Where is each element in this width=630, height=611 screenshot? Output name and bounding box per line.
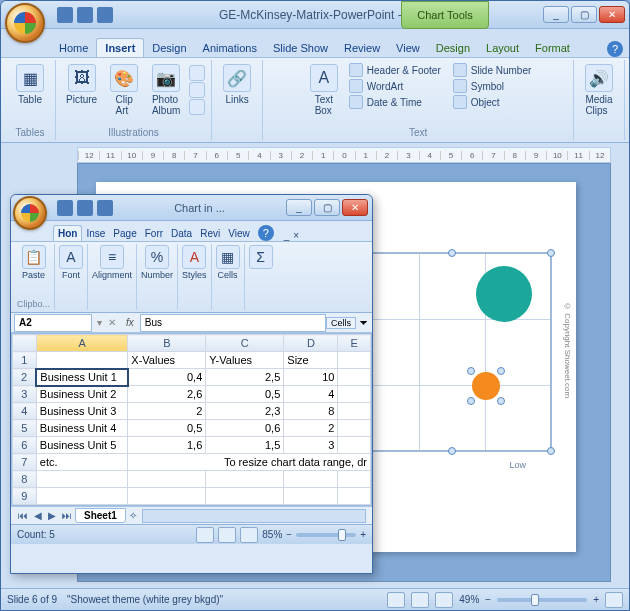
office-button[interactable] bbox=[5, 3, 45, 43]
cell[interactable] bbox=[206, 471, 284, 488]
cell[interactable] bbox=[206, 488, 284, 505]
close-button[interactable]: ✕ bbox=[342, 199, 368, 216]
zoom-out-icon[interactable]: − bbox=[485, 594, 491, 605]
tab-animations[interactable]: Animations bbox=[195, 39, 265, 57]
cell[interactable]: 10 bbox=[284, 369, 338, 386]
slideshow-view-icon[interactable] bbox=[435, 592, 453, 608]
cell[interactable]: etc. bbox=[36, 454, 127, 471]
cell[interactable] bbox=[338, 369, 371, 386]
row-header[interactable]: 9 bbox=[13, 488, 37, 505]
cell[interactable] bbox=[36, 352, 127, 369]
cell[interactable]: 0,5 bbox=[206, 386, 284, 403]
editing-button[interactable]: Σ bbox=[249, 245, 273, 269]
cell[interactable] bbox=[338, 420, 371, 437]
cell[interactable]: 2 bbox=[128, 403, 206, 420]
chart-icon[interactable] bbox=[189, 99, 205, 115]
maximize-button[interactable]: ▢ bbox=[314, 199, 340, 216]
tab-chart-design[interactable]: Design bbox=[428, 39, 478, 57]
col-D[interactable]: D bbox=[284, 335, 338, 352]
excel-titlebar[interactable]: Chart in ... _ ▢ ✕ bbox=[11, 195, 372, 221]
object-button[interactable]: Object bbox=[453, 94, 532, 110]
minimize-button[interactable]: _ bbox=[286, 199, 312, 216]
cell[interactable]: X-Values bbox=[128, 352, 206, 369]
cell[interactable] bbox=[338, 471, 371, 488]
sheet-tab[interactable]: Sheet1 bbox=[75, 508, 126, 523]
help-icon[interactable]: ? bbox=[258, 225, 274, 241]
save-icon[interactable] bbox=[57, 7, 73, 23]
worksheet[interactable]: A B C D E 1X-ValuesY-ValuesSize 2 Busine… bbox=[11, 333, 372, 506]
styles-button[interactable]: AStyles bbox=[182, 245, 207, 280]
col-E[interactable]: E bbox=[338, 335, 371, 352]
cell[interactable]: Y-Values bbox=[206, 352, 284, 369]
row-header[interactable]: 2 bbox=[13, 369, 37, 386]
save-icon[interactable] bbox=[57, 200, 73, 216]
row-header[interactable]: 6 bbox=[13, 437, 37, 454]
bubble-orange[interactable] bbox=[472, 372, 500, 400]
tab-slideshow[interactable]: Slide Show bbox=[265, 39, 336, 57]
cell[interactable] bbox=[284, 471, 338, 488]
tab-page[interactable]: Page bbox=[109, 226, 140, 241]
bubble-teal-large[interactable] bbox=[476, 266, 532, 322]
textbox-button[interactable]: AText Box bbox=[305, 62, 343, 118]
undo-icon[interactable] bbox=[77, 7, 93, 23]
cell[interactable]: 2,5 bbox=[206, 369, 284, 386]
tab-review[interactable]: Review bbox=[336, 39, 388, 57]
cell[interactable]: 0,5 bbox=[128, 420, 206, 437]
hscrollbar[interactable] bbox=[142, 509, 366, 523]
cell[interactable] bbox=[36, 488, 127, 505]
font-button[interactable]: AFont bbox=[59, 245, 83, 280]
paste-button[interactable]: 📋Paste bbox=[22, 245, 46, 280]
cell[interactable]: Business Unit 3 bbox=[36, 403, 127, 420]
chart-handle[interactable] bbox=[448, 447, 456, 455]
help-icon[interactable]: ? bbox=[607, 41, 623, 57]
cell[interactable]: 2,6 bbox=[128, 386, 206, 403]
mdi-close[interactable]: × bbox=[293, 230, 299, 241]
cell[interactable]: Size bbox=[284, 352, 338, 369]
slidenumber-button[interactable]: Slide Number bbox=[453, 62, 532, 78]
table-button[interactable]: ▦Table bbox=[11, 62, 49, 107]
page-break-icon[interactable] bbox=[240, 527, 258, 543]
cell[interactable]: To resize chart data range, dr bbox=[128, 454, 371, 471]
cell[interactable]: Business Unit 4 bbox=[36, 420, 127, 437]
cell[interactable]: Business Unit 1 bbox=[36, 369, 127, 386]
datetime-button[interactable]: Date & Time bbox=[349, 94, 441, 110]
sorter-view-icon[interactable] bbox=[411, 592, 429, 608]
cell[interactable]: Business Unit 5 bbox=[36, 437, 127, 454]
row-header[interactable]: 8 bbox=[13, 471, 37, 488]
chart-handle[interactable] bbox=[547, 249, 555, 257]
tab-chart-layout[interactable]: Layout bbox=[478, 39, 527, 57]
tab-home[interactable]: Hon bbox=[53, 225, 82, 241]
cell[interactable]: 8 bbox=[284, 403, 338, 420]
cell[interactable]: 0,4 bbox=[128, 369, 206, 386]
namebox-dropdown-icon[interactable]: ▾ bbox=[95, 317, 104, 328]
cell[interactable] bbox=[338, 403, 371, 420]
fit-icon[interactable] bbox=[605, 592, 623, 608]
tab-insert[interactable]: Inse bbox=[82, 226, 109, 241]
links-button[interactable]: 🔗Links bbox=[218, 62, 256, 107]
cell[interactable] bbox=[338, 386, 371, 403]
prev-sheet-icon[interactable]: ◀ bbox=[31, 510, 45, 521]
photo-album-button[interactable]: 📷Photo Album bbox=[147, 62, 185, 118]
shapes-icon[interactable] bbox=[189, 65, 205, 81]
redo-icon[interactable] bbox=[97, 200, 113, 216]
cell[interactable] bbox=[338, 352, 371, 369]
cell[interactable] bbox=[284, 488, 338, 505]
cell[interactable]: 4 bbox=[284, 386, 338, 403]
cell[interactable] bbox=[338, 488, 371, 505]
excel-window[interactable]: Chart in ... _ ▢ ✕ Hon Inse Page Forr Da… bbox=[10, 194, 373, 574]
zoom-slider[interactable] bbox=[497, 598, 587, 602]
zoom-in-icon[interactable]: + bbox=[593, 594, 599, 605]
tab-home[interactable]: Home bbox=[51, 39, 96, 57]
row-header[interactable]: 5 bbox=[13, 420, 37, 437]
fx-icon[interactable]: fx bbox=[120, 317, 140, 328]
redo-icon[interactable] bbox=[97, 7, 113, 23]
col-B[interactable]: B bbox=[128, 335, 206, 352]
normal-view-icon[interactable] bbox=[387, 592, 405, 608]
mdi-dash[interactable]: _ bbox=[284, 230, 290, 241]
tab-view[interactable]: View bbox=[388, 39, 428, 57]
row-header[interactable]: 1 bbox=[13, 352, 37, 369]
cells-dropdown[interactable]: Cells bbox=[326, 317, 356, 329]
tab-formulas[interactable]: Forr bbox=[141, 226, 167, 241]
next-sheet-icon[interactable]: ▶ bbox=[45, 510, 59, 521]
zoom-slider[interactable] bbox=[296, 533, 356, 537]
